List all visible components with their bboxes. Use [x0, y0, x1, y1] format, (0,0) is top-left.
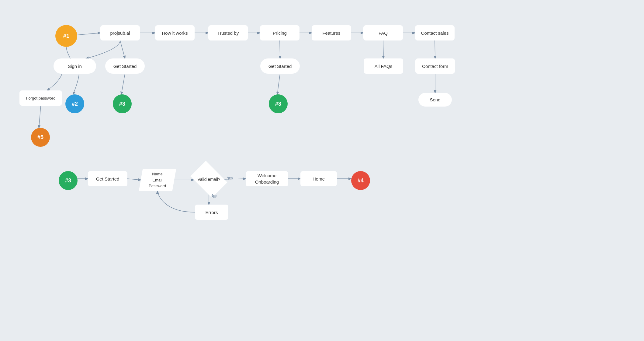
node-n1[interactable]: #1 [55, 25, 77, 47]
svg-line-7 [120, 40, 125, 58]
node-contactsales[interactable]: Contact sales [415, 25, 455, 40]
node-getstarted-pricing[interactable]: Get Started [260, 58, 300, 74]
node-n5[interactable]: #5 [31, 128, 50, 147]
node-features[interactable]: Features [312, 25, 351, 40]
svg-line-12 [383, 40, 383, 58]
node-trustedby[interactable]: Trusted by [208, 25, 248, 40]
node-getstarted-flow[interactable]: Get Started [88, 171, 127, 186]
node-faq[interactable]: FAQ [363, 25, 403, 40]
node-howitworks[interactable]: How it works [155, 25, 195, 40]
svg-line-11 [277, 74, 280, 94]
svg-line-9 [39, 106, 41, 128]
node-home[interactable]: Home [300, 171, 337, 186]
node-n3a[interactable]: #3 [113, 94, 132, 113]
svg-line-8 [121, 74, 125, 94]
svg-line-13 [435, 40, 435, 58]
node-contactform[interactable]: Contact form [415, 58, 455, 74]
node-projsub[interactable]: projsub.ai [100, 25, 140, 40]
node-n4[interactable]: #4 [351, 171, 370, 190]
node-signin[interactable]: Sign in [54, 58, 96, 74]
node-nameemailpwd: Name Email Password [139, 169, 176, 191]
node-n2[interactable]: #2 [65, 94, 84, 113]
node-n3-flow[interactable]: #3 [59, 171, 78, 190]
node-n3b[interactable]: #3 [269, 94, 288, 113]
svg-line-10 [280, 40, 280, 58]
node-welcome[interactable]: Welcome Onboarding [246, 171, 288, 186]
no-edge-label: No [212, 194, 216, 198]
node-errors[interactable]: Errors [195, 205, 228, 220]
node-getstarted1[interactable]: Get Started [105, 58, 145, 74]
node-forgotpwd[interactable]: Forgot password [19, 90, 62, 106]
node-pricing[interactable]: Pricing [260, 25, 299, 40]
node-send[interactable]: Send [418, 93, 452, 107]
svg-line-16 [127, 179, 141, 180]
node-allfaqs[interactable]: All FAQs [364, 58, 403, 74]
yes-edge-label: Yes [227, 177, 234, 181]
